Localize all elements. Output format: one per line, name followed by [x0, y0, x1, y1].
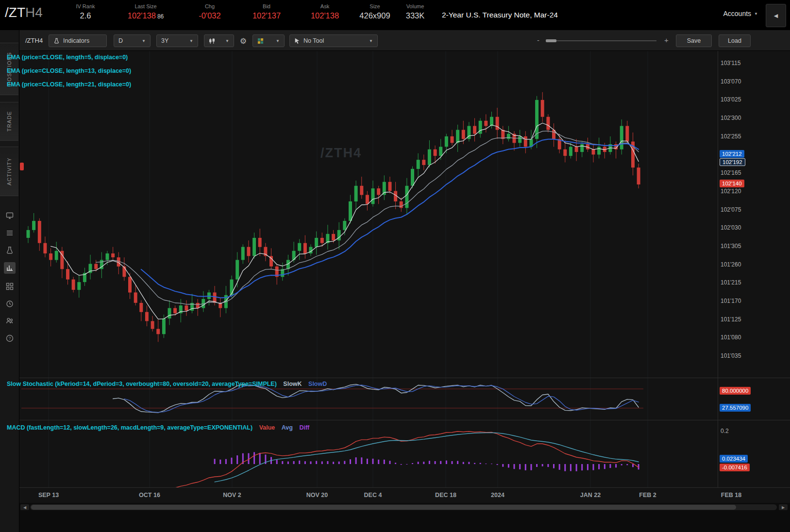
price-axis-label: 102'075	[721, 206, 741, 213]
chevron-left-icon: ◀	[774, 13, 778, 19]
axis-divider	[718, 51, 718, 503]
chart-icon[interactable]	[4, 262, 16, 274]
price-axis-label: 101'305	[721, 243, 741, 249]
accounts-dropdown[interactable]: Accounts ▼	[723, 10, 758, 17]
zoom-out-button[interactable]: -	[537, 36, 539, 44]
indicators-button[interactable]: Indicators	[49, 34, 107, 47]
slowd-legend: SlowD	[308, 381, 327, 387]
bottom-strip	[19, 512, 790, 532]
price-axis-label: 102'300	[721, 115, 741, 121]
layout-grid-dropdown[interactable]: ▼	[252, 34, 285, 47]
monitor-icon[interactable]	[4, 210, 16, 221]
gear-icon[interactable]: ⚙	[237, 34, 250, 47]
field-size: Size 426x909	[353, 0, 396, 20]
time-axis-label: DEC 4	[364, 492, 382, 499]
time-axis[interactable]: SEP 13OCT 16NOV 2NOV 20DEC 4DEC 182024JA…	[19, 488, 790, 503]
stochastic-axis-badge: 27.557090	[720, 404, 751, 412]
beaker-icon[interactable]	[4, 245, 16, 256]
chart-watermark: /ZTH4	[320, 146, 362, 161]
chevron-down-icon: ▼	[225, 39, 229, 43]
price-axis-label: 101'260	[721, 261, 741, 268]
field-volume: Volume 333K	[396, 0, 434, 20]
price-axis-label: 101'080	[721, 334, 741, 341]
macd-diff-legend: Diff	[299, 424, 309, 431]
zoom-in-button[interactable]: +	[664, 36, 669, 44]
svg-text:?: ?	[8, 336, 11, 341]
time-axis-label: JAN 22	[580, 492, 601, 499]
price-axis-label: 101'170	[721, 298, 741, 304]
candlestick-chart[interactable]	[19, 51, 718, 378]
chevron-down-icon: ▼	[754, 12, 758, 16]
study-legend-ema21[interactable]: EMA (price=CLOSE, length=21, displace=0)	[7, 81, 131, 88]
symbol-block: /ZTH4	[0, 0, 62, 20]
scroll-right-button[interactable]: ▶	[779, 504, 788, 510]
save-button[interactable]: Save	[676, 34, 712, 47]
beaker-icon	[53, 38, 60, 44]
macd-axis-badge: -0.007416	[720, 464, 750, 471]
time-axis-label: SEP 13	[38, 492, 59, 499]
chevron-down-icon: ▼	[189, 39, 193, 43]
quote-header: /ZTH4 IV Rank 2.6 Last Size 102'13886 Ch…	[0, 0, 790, 30]
drawing-tool-dropdown[interactable]: No Tool ▼	[289, 34, 378, 47]
price-chart-panel[interactable]	[19, 51, 718, 378]
field-bid: Bid 102'137	[237, 0, 296, 20]
help-icon[interactable]: ?	[4, 332, 16, 344]
symbol-suffix: H4	[25, 5, 43, 20]
chart-type-dropdown[interactable]: ▼	[204, 34, 234, 47]
candlestick-icon	[209, 38, 215, 44]
chevron-down-icon: ▼	[142, 39, 146, 43]
chart-toolbar: /ZTH4 Indicators D ▼ 3Y ▼ ▼ ⚙ ▼ No Tool …	[19, 30, 790, 51]
time-axis-label: 2024	[491, 492, 504, 499]
macd-avg-legend: Avg	[282, 424, 293, 431]
study-legend-stochastic[interactable]: Slow Stochastic (kPeriod=14, dPeriod=3, …	[7, 381, 327, 387]
period-dropdown[interactable]: D ▼	[114, 34, 151, 47]
scroll-left-button[interactable]: ◀	[20, 504, 29, 510]
stochastic-axis[interactable]: 80.00000027.557090	[718, 378, 790, 420]
colored-grid-icon	[257, 38, 264, 44]
macd-value-legend: Value	[259, 424, 275, 431]
price-axis-badge: 102'192	[720, 158, 745, 166]
price-axis-label: 102'120	[721, 188, 741, 195]
people-icon[interactable]	[4, 315, 16, 327]
chevron-down-icon: ▼	[369, 39, 373, 43]
price-axis-label: 103'115	[721, 60, 740, 66]
price-axis-label: 102'030	[721, 224, 741, 231]
horizontal-scrollbar: ◀ ▶	[19, 503, 790, 512]
left-sidebar: POSITIONS TRADE ACTIVITY ?	[0, 30, 19, 532]
macd-axis[interactable]: 0.20.023434-0.007416	[718, 420, 790, 488]
field-iv-rank: IV Rank 2.6	[62, 0, 109, 20]
load-button[interactable]: Load	[719, 34, 751, 47]
time-axis-label: NOV 2	[223, 492, 241, 499]
grid-icon[interactable]	[4, 281, 16, 292]
slowk-legend: SlowK	[283, 381, 302, 387]
sidebar-tab-activity[interactable]: ACTIVITY	[0, 147, 18, 196]
collapse-panel-button[interactable]: ◀	[766, 4, 786, 27]
cursor-icon	[294, 38, 300, 44]
scrollbar-thumb[interactable]	[31, 505, 736, 510]
macd-axis-badge: 0.023434	[720, 455, 748, 463]
list-icon[interactable]	[4, 227, 16, 239]
zoom-slider-thumb[interactable]	[546, 39, 556, 42]
price-axis[interactable]: 103'115103'070103'025102'300102'255102'1…	[718, 51, 790, 378]
toolbar-symbol: /ZTH4	[25, 37, 43, 44]
price-axis-label: 103'070	[721, 78, 741, 85]
chevron-down-icon: ▼	[276, 39, 280, 43]
symbol: /ZT	[5, 5, 25, 20]
time-axis-label: NOV 20	[306, 492, 328, 499]
sidebar-tab-trade[interactable]: TRADE	[0, 102, 18, 141]
field-chg: Chg -0'032	[183, 0, 237, 20]
range-dropdown[interactable]: 3Y ▼	[156, 34, 198, 47]
study-legend-ema5[interactable]: EMA (price=CLOSE, length=5, displace=0)	[7, 54, 128, 61]
scrollbar-track[interactable]	[30, 504, 777, 510]
price-axis-label: 102'165	[721, 169, 741, 176]
clock-icon[interactable]	[4, 298, 16, 310]
price-axis-label: 103'025	[721, 96, 741, 103]
price-axis-badge: 102'212	[720, 150, 744, 158]
time-axis-label: OCT 16	[139, 492, 160, 499]
price-marker-left	[20, 163, 24, 170]
field-ask: Ask 102'138	[296, 0, 353, 20]
zoom-slider[interactable]	[546, 40, 656, 41]
study-legend-ema13[interactable]: EMA (price=CLOSE, length=13, displace=0)	[7, 67, 131, 74]
time-axis-label: DEC 18	[435, 492, 456, 499]
study-legend-macd[interactable]: MACD (fastLength=12, slowLength=26, macd…	[7, 424, 309, 431]
